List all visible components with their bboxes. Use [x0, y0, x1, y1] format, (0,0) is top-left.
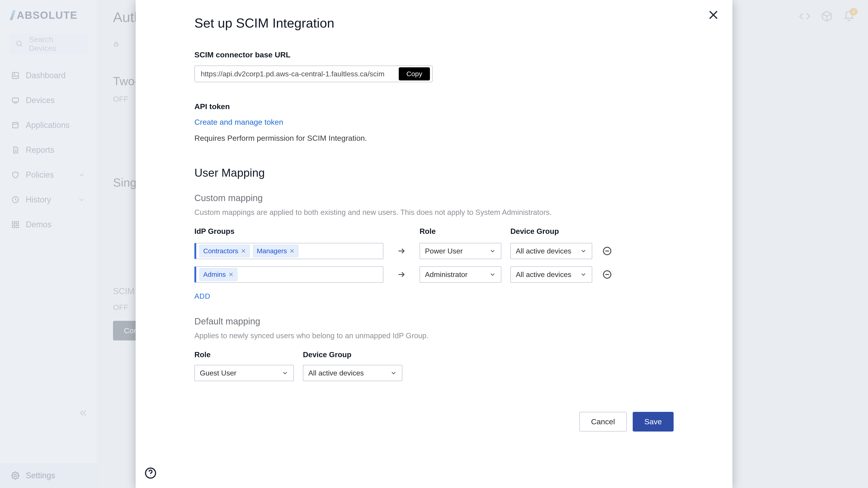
remove-tag-icon[interactable]: ✕	[241, 248, 246, 255]
chevron-down-icon	[580, 271, 587, 278]
user-mapping-heading: User Mapping	[194, 166, 705, 180]
tag-label: Contractors	[203, 247, 238, 255]
token-label: API token	[194, 102, 705, 111]
token-desc: Requires Perform permission for SCIM Int…	[194, 134, 705, 142]
mapping-table: IdP Groups Role Device Group Contractors…	[194, 227, 705, 283]
url-label: SCIM connector base URL	[194, 51, 705, 59]
default-device-group-select[interactable]: All active devices	[303, 365, 402, 381]
mapping-header: IdP Groups Role Device Group	[194, 227, 705, 236]
chevron-down-icon	[489, 271, 496, 278]
save-button[interactable]: Save	[633, 412, 674, 431]
add-mapping-button[interactable]: ADD	[194, 292, 211, 300]
idp-groups-input[interactable]: Admins ✕	[194, 266, 383, 283]
svg-point-27	[150, 475, 151, 476]
chevron-down-icon	[390, 369, 397, 377]
idp-groups-input[interactable]: Contractors ✕ Managers ✕	[194, 243, 383, 259]
select-value: All active devices	[516, 247, 571, 255]
remove-row-button[interactable]	[601, 245, 613, 257]
help-button[interactable]	[144, 467, 157, 480]
remove-tag-icon[interactable]: ✕	[228, 271, 234, 278]
copy-button[interactable]: Copy	[399, 67, 430, 80]
scim-modal: Set up SCIM Integration SCIM connector b…	[135, 0, 733, 488]
device-group-select[interactable]: All active devices	[510, 266, 592, 283]
tag-label: Admins	[203, 271, 226, 278]
custom-mapping-heading: Custom mapping	[194, 193, 705, 203]
col-role: Role	[194, 350, 294, 359]
default-mapping-heading: Default mapping	[194, 316, 705, 326]
cancel-button[interactable]: Cancel	[579, 412, 627, 431]
idp-group-tag: Admins ✕	[199, 268, 237, 281]
modal-footer: Cancel Save	[579, 412, 674, 431]
chevron-down-icon	[580, 248, 587, 254]
remove-circle-icon	[602, 269, 612, 280]
col-idp-groups: IdP Groups	[194, 227, 383, 236]
modal-title: Set up SCIM Integration	[194, 15, 705, 31]
chevron-down-icon	[282, 369, 288, 377]
role-select[interactable]: Power User	[420, 243, 501, 259]
remove-tag-icon[interactable]: ✕	[289, 248, 294, 255]
default-mapping-desc: Applies to newly synced users who belong…	[194, 331, 705, 340]
chevron-down-icon	[489, 248, 496, 254]
create-token-link[interactable]: Create and manage token	[194, 118, 283, 127]
device-group-select[interactable]: All active devices	[510, 243, 592, 259]
select-value: All active devices	[516, 270, 571, 279]
remove-row-button[interactable]	[601, 269, 613, 281]
close-button[interactable]	[707, 8, 720, 21]
remove-circle-icon	[602, 246, 612, 256]
mapping-row: Contractors ✕ Managers ✕ Power User All …	[194, 243, 705, 259]
mapping-row: Admins ✕ Administrator All active device…	[194, 266, 705, 283]
tag-label: Managers	[257, 247, 287, 255]
default-mapping-row: Guest User All active devices	[194, 365, 705, 381]
arrow-icon	[393, 270, 410, 279]
custom-mapping-desc: Custom mappings are applied to both exis…	[194, 208, 705, 217]
arrow-icon	[393, 247, 410, 256]
idp-group-tag: Managers ✕	[253, 245, 298, 257]
select-value: Guest User	[200, 369, 237, 377]
idp-group-tag: Contractors ✕	[199, 245, 250, 257]
select-value: Administrator	[425, 270, 468, 279]
scim-url-input[interactable]	[201, 70, 399, 78]
col-device-group: Device Group	[303, 350, 402, 359]
col-device-group: Device Group	[510, 227, 592, 236]
default-mapping-header: Role Device Group	[194, 350, 705, 359]
url-field-row: Copy	[194, 66, 433, 82]
select-value: All active devices	[308, 369, 364, 377]
default-role-select[interactable]: Guest User	[194, 365, 294, 381]
select-value: Power User	[425, 247, 463, 255]
col-role: Role	[420, 227, 501, 236]
role-select[interactable]: Administrator	[420, 266, 501, 283]
